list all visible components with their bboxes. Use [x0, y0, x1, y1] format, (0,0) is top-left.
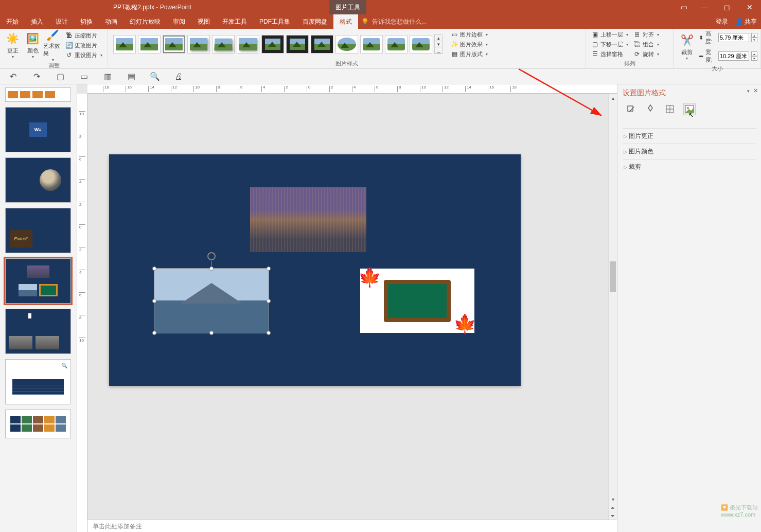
canvas[interactable]: ▴ ▾ ⏶ ⏷ [87, 94, 617, 520]
scroll-thumb[interactable] [610, 261, 616, 292]
maximize-button[interactable]: ◻ [716, 0, 738, 14]
handle-ne[interactable] [267, 267, 271, 271]
picture-city[interactable] [250, 187, 366, 252]
tab-developer[interactable]: 开发工具 [216, 14, 253, 29]
height-spinner[interactable]: ▴▾ [751, 33, 757, 42]
next-slide-nav[interactable]: ⏷ [609, 511, 617, 520]
tab-design[interactable]: 设计 [49, 14, 74, 29]
share-button[interactable]: 👤 共享 [735, 17, 757, 26]
vertical-scrollbar[interactable]: ▴ ▾ ⏶ ⏷ [608, 94, 617, 520]
crop-button[interactable]: ✂️裁剪▾ [677, 31, 698, 62]
width-input[interactable] [718, 51, 749, 61]
scroll-down[interactable]: ▾ [609, 495, 617, 503]
color-button[interactable]: 🖼️颜色▾ [23, 30, 42, 61]
handle-se[interactable] [267, 331, 271, 335]
qat-btn-8[interactable]: 🖨 [173, 71, 184, 82]
thumb-3[interactable] [5, 157, 71, 203]
tell-me[interactable]: 💡告诉我您想做什么... [361, 17, 427, 26]
notes-pane[interactable]: 单击此处添加备注 [87, 520, 617, 532]
fill-line-icon[interactable] [625, 103, 637, 115]
tab-pdf[interactable]: PDF工具集 [253, 14, 296, 29]
pstyle-5[interactable] [212, 35, 235, 54]
pstyle-8[interactable] [286, 35, 309, 54]
undo-button[interactable]: ↶ [7, 71, 19, 82]
thumb-5[interactable] [5, 258, 71, 304]
handle-s[interactable] [209, 331, 214, 335]
reset-picture-button[interactable]: ↺重设图片▾ [63, 51, 104, 60]
thumb-7[interactable]: 🔍 [5, 359, 71, 404]
login-link[interactable]: 登录 [716, 17, 728, 26]
scroll-up[interactable]: ▴ [609, 94, 617, 102]
qat-btn-4[interactable]: ▭ [78, 71, 90, 82]
prev-slide-nav[interactable]: ⏶ [609, 503, 617, 511]
thumb-4[interactable]: E=mc² [5, 208, 71, 253]
close-button[interactable]: ✕ [738, 0, 761, 14]
handle-n[interactable] [209, 267, 214, 271]
pstyle-1[interactable] [113, 35, 136, 54]
artistic-effects-button[interactable]: 🖌️艺术效果▾ [43, 30, 62, 61]
start-slideshow-button[interactable]: ▢ [55, 71, 66, 82]
height-input[interactable] [718, 33, 749, 42]
thumb-2[interactable]: W≡ [5, 107, 71, 152]
pstyle-4[interactable] [187, 35, 210, 54]
width-spinner[interactable]: ▴▾ [751, 51, 757, 61]
tab-transitions[interactable]: 切换 [74, 14, 99, 29]
section-color[interactable]: 图片颜色 [623, 144, 756, 159]
slide[interactable] [109, 154, 521, 386]
qat-btn-7[interactable]: 🔍 [149, 71, 161, 82]
gallery-more[interactable]: ▴▾⎯ [434, 34, 443, 54]
pstyle-7[interactable] [261, 35, 284, 54]
handle-e[interactable] [267, 299, 271, 303]
effects-icon-pane[interactable] [644, 103, 657, 115]
handle-nw[interactable] [152, 267, 156, 271]
send-backward-button[interactable]: ▢下移一层▾ [589, 40, 630, 49]
align-button[interactable]: ⊞对齐▾ [631, 30, 661, 39]
thumb-1[interactable] [5, 87, 71, 102]
slide-thumbnails[interactable]: W≡ E=mc² 🔍 [0, 84, 77, 532]
section-corrections[interactable]: 图片更正 [623, 128, 756, 144]
tab-slideshow[interactable]: 幻灯片放映 [123, 14, 167, 29]
picture-layout-button[interactable]: ▦图片版式▾ [449, 50, 490, 59]
rotate-button[interactable]: ⟳旋转▾ [631, 50, 661, 59]
pstyle-9[interactable] [311, 35, 333, 54]
thumb-6[interactable] [5, 309, 71, 354]
tab-animations[interactable]: 动画 [99, 14, 123, 29]
pstyle-6[interactable] [237, 35, 259, 54]
picture-border-button[interactable]: ▭图片边框▾ [449, 30, 490, 39]
tab-view[interactable]: 视图 [191, 14, 216, 29]
pane-close[interactable]: ✕ [753, 87, 758, 94]
picture-fuji-selected[interactable] [154, 269, 269, 333]
redo-button[interactable]: ↷ [31, 71, 42, 82]
selection-pane-button[interactable]: ☰选择窗格 [589, 50, 630, 59]
corrections-button[interactable]: ☀️更正▾ [3, 30, 22, 61]
pstyle-12[interactable] [385, 35, 408, 54]
qat-btn-6[interactable]: ▤ [126, 71, 137, 82]
pstyle-3[interactable] [163, 35, 185, 54]
tell-me-text: 告诉我您想做什么... [372, 17, 427, 26]
tab-format[interactable]: 格式 [333, 14, 358, 29]
thumb-8[interactable] [5, 410, 71, 438]
tab-baidudisk[interactable]: 百度网盘 [296, 14, 333, 29]
pstyle-2[interactable] [138, 35, 161, 54]
minimize-button[interactable]: — [693, 0, 716, 14]
section-crop[interactable]: 裁剪 [623, 159, 756, 174]
compress-pictures-button[interactable]: 🗜压缩图片 [63, 31, 104, 40]
pane-dropdown[interactable]: ▾ [747, 88, 750, 94]
size-props-icon[interactable] [664, 103, 676, 115]
handle-w[interactable] [152, 299, 156, 303]
bring-forward-button[interactable]: ▣上移一层▾ [589, 30, 630, 39]
pstyle-10[interactable] [335, 35, 358, 54]
group-button[interactable]: ⿻组合▾ [631, 40, 661, 49]
qat-btn-5[interactable]: ▥ [102, 71, 113, 82]
handle-sw[interactable] [152, 331, 156, 335]
tab-insert[interactable]: 插入 [25, 14, 49, 29]
pstyle-11[interactable] [360, 35, 383, 54]
picture-blackboard[interactable] [360, 269, 474, 333]
ribbon-options-icon[interactable]: ▭ [675, 0, 693, 14]
pstyle-13[interactable] [410, 35, 432, 54]
picture-effects-button[interactable]: ✨图片效果▾ [449, 40, 490, 49]
change-picture-button[interactable]: 🔄更改图片 [63, 41, 104, 50]
tab-review[interactable]: 审阅 [167, 14, 191, 29]
rotate-handle[interactable] [207, 252, 216, 260]
tab-home[interactable]: 开始 [0, 14, 25, 29]
